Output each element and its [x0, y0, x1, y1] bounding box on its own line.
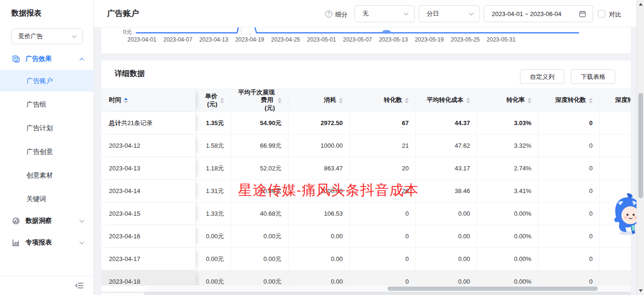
sidebar-item-ad-account[interactable]: 广告账户	[0, 70, 94, 92]
report-icon	[12, 55, 20, 63]
cell-value: 3.03%	[477, 112, 538, 134]
cell-value: 67	[350, 112, 416, 134]
axis-tick-label: 2023-05-01	[304, 36, 339, 43]
sort-icon[interactable]	[220, 98, 224, 103]
sidebar-group-label: 专项报表	[25, 238, 52, 247]
table-row-2023-04-16[interactable]: 2023-04-160.00元0.00元0.0000.000.00%0	[101, 225, 631, 248]
table-row-2023-04-17[interactable]: 2023-04-170.00元0.00元0.0000.000.00%0	[101, 248, 631, 270]
sort-asc-caret-icon	[589, 98, 593, 100]
sort-desc-caret-icon	[528, 101, 531, 103]
vertical-scrollbar[interactable]	[636, 0, 644, 295]
table-row-2023-04-15[interactable]: 2023-04-151.33元40.68元106.5300.000.00%0	[101, 202, 631, 225]
cell-value	[600, 248, 631, 270]
horizontal-scrollbar-track[interactable]	[146, 286, 631, 292]
cell-value: 47.62	[416, 135, 477, 157]
cell-value: 1.35元	[196, 112, 231, 134]
sort-asc-caret-icon	[528, 98, 531, 100]
column-header-price[interactable]: 单价(元)	[196, 89, 231, 111]
sort-asc-caret-icon	[466, 98, 470, 100]
compare-checkbox[interactable]	[598, 10, 605, 17]
segment-select[interactable]: 无	[355, 5, 415, 22]
column-header-conv-rate[interactable]: 转化率	[477, 89, 538, 111]
cell-time: 2023-04-14	[101, 180, 196, 202]
download-table-button[interactable]: 下载表格	[571, 69, 615, 84]
table-row-2023-04-12[interactable]: 2023-04-121.58元66.99元1000.002147.623.32%…	[101, 135, 631, 157]
sidebar-group-data-insight[interactable]: 数据洞察	[0, 211, 94, 230]
sidebar-group-special-report[interactable]: 专项报表	[0, 233, 94, 252]
topbar: 广告账户 细分 无 分日 2023-04-01 ~ 2023-06-04 对比	[94, 0, 644, 27]
segment-label: 细分	[335, 10, 347, 19]
cell-value: 1.58元	[196, 135, 231, 157]
cell-value	[600, 157, 631, 179]
app-title: 数据报表	[11, 8, 41, 18]
granularity-select[interactable]: 分日	[419, 5, 480, 22]
vertical-scrollbar-thumb[interactable]	[638, 93, 643, 198]
sort-desc-caret-icon	[124, 101, 128, 103]
sort-icon[interactable]	[466, 98, 470, 103]
cell-value: 44.37	[416, 112, 477, 134]
sort-icon[interactable]	[339, 98, 343, 103]
cell-value	[600, 112, 631, 134]
sort-icon[interactable]	[278, 98, 281, 103]
axis-tick-label: 2023-04-07	[160, 36, 196, 43]
chevron-down-icon	[80, 218, 84, 223]
date-range-picker[interactable]: 2023-04-01 ~ 2023-06-04	[484, 5, 593, 22]
customize-columns-button[interactable]: 自定义列	[520, 69, 564, 84]
total-label: 总计	[109, 119, 121, 127]
sidebar-footer	[0, 276, 94, 295]
column-header-deep-conversions[interactable]: 深度转化数	[538, 89, 600, 111]
column-header-conversions[interactable]: 转化数	[350, 89, 416, 111]
scroll-up-arrow-icon[interactable]	[639, 3, 643, 6]
table-row-total[interactable]: 总计共21条记录1.35元54.90元2972.506744.373.03%0	[101, 112, 631, 135]
table-row-2023-04-13[interactable]: 2023-04-131.18元52.02元863.472043.172.74%0	[101, 157, 631, 180]
sort-desc-caret-icon	[466, 101, 470, 103]
cell-value: 0.00%	[477, 202, 538, 225]
horizontal-scrollbar-thumb[interactable]	[388, 287, 598, 291]
axis-tick-icon	[250, 33, 250, 35]
cell-value: 0.00元	[196, 225, 231, 247]
sidebar-group-ad-effect[interactable]: 广告效果	[0, 51, 94, 67]
column-header-deep-conv-cost[interactable]: 深度转化成本	[600, 89, 631, 111]
cell-value: 863.47	[289, 157, 350, 179]
calendar-icon	[579, 10, 586, 17]
cell-value: 20	[350, 157, 416, 179]
column-header-cpm[interactable]: 平均千次展现费用 (元)	[231, 89, 289, 111]
axis-tick-icon	[142, 33, 142, 35]
sort-icon[interactable]	[528, 98, 531, 103]
scroll-down-arrow-icon[interactable]	[639, 289, 643, 292]
sidebar: 数据报表 竞价广告 广告效果 广告账户广告组广告计划广告创意创意素材关键词 数据…	[0, 0, 94, 295]
bar-chart-icon	[12, 239, 20, 246]
chart-card: 0元 2023-04-012023-04-072023-04-132023-04…	[101, 27, 631, 53]
chevron-down-icon	[469, 11, 474, 16]
campaign-type-select[interactable]: 竞价广告	[11, 28, 83, 44]
column-header-conv-cost[interactable]: 平均转化成本	[416, 89, 477, 111]
column-header-time[interactable]: 时间	[101, 89, 196, 111]
page-title: 广告账户	[107, 8, 139, 19]
sort-icon[interactable]	[124, 98, 128, 103]
sidebar-item-creative-material[interactable]: 创意素材	[0, 164, 94, 186]
cell-value: 0.00%	[477, 248, 538, 270]
sort-desc-caret-icon	[278, 101, 281, 103]
sidebar-item-ad-creative[interactable]: 广告创意	[0, 141, 94, 162]
sidebar-item-ad-group[interactable]: 广告组	[0, 93, 94, 115]
help-icon[interactable]	[325, 10, 332, 17]
column-label: 转化数	[384, 96, 402, 104]
column-label: 单价(元)	[200, 93, 217, 108]
sidebar-sub-list: 广告账户广告组广告计划广告创意创意素材关键词	[0, 70, 94, 210]
sidebar-item-keyword[interactable]: 关键词	[0, 188, 94, 210]
sidebar-menu: 广告效果 广告账户广告组广告计划广告创意创意素材关键词 数据洞察 专项报表	[0, 51, 94, 255]
column-header-cost[interactable]: 消耗	[289, 89, 350, 111]
axis-tick-label: 2023-04-19	[232, 36, 268, 43]
total-count: 共21条记录	[121, 119, 152, 127]
axis-tick-label: 2023-05-13	[375, 36, 411, 43]
axis-tick-label: 2023-04-01	[124, 36, 160, 43]
sort-icon[interactable]	[589, 98, 593, 103]
table-body: 总计共21条记录1.35元54.90元2972.506744.373.03%02…	[101, 112, 631, 293]
sidebar-item-ad-plan[interactable]: 广告计划	[0, 117, 94, 139]
sort-icon[interactable]	[405, 98, 409, 103]
chart-x-axis: 2023-04-012023-04-072023-04-132023-04-19…	[101, 27, 631, 53]
cell-value: 0	[538, 180, 600, 202]
cell-value: 1.31元	[196, 180, 231, 202]
collapse-sidebar-icon[interactable]	[75, 282, 83, 289]
cell-value: 1.18元	[196, 157, 231, 179]
